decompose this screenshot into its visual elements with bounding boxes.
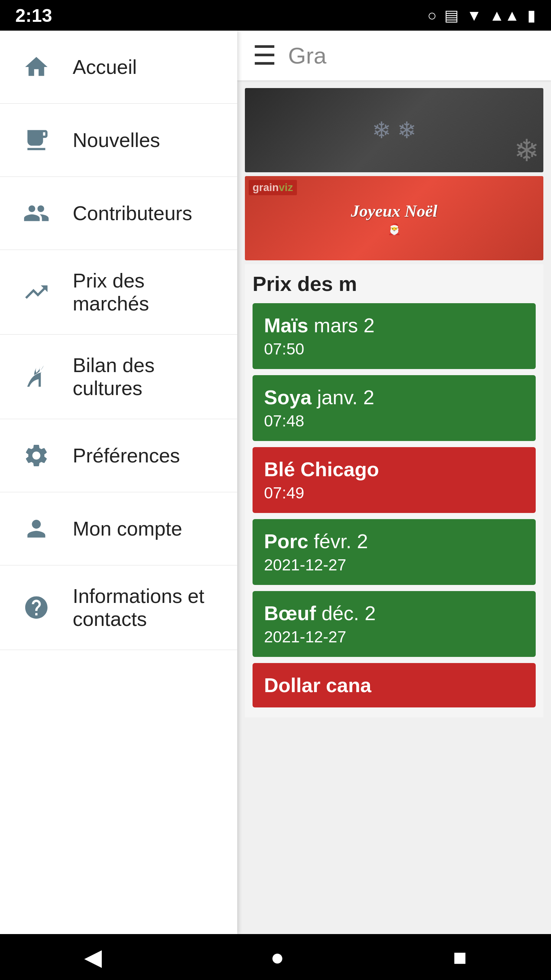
main-layout: Accueil Nouvelles Contributeurs [0,31,551,934]
right-toolbar: ☰ Gra [237,31,551,80]
media-icon: ○ [427,7,437,24]
sim-icon: ▤ [444,7,459,24]
gear-icon [19,438,54,473]
nav-bar: ◀ ● ■ [0,934,551,980]
noel-sub: 🎅 [351,223,437,235]
brand-watermark: grainviz [249,180,297,195]
signal-icon: ▲▲ [489,7,520,24]
market-card-dollar[interactable]: Dollar cana [253,663,536,707]
status-bar: 2:13 ○ ▤ ▼ ▲▲ ▮ [0,0,551,31]
battery-icon: ▮ [527,7,536,24]
market-name-mais: Maïs mars 2 [264,314,524,337]
sidebar-item-bilan-cultures[interactable]: Bilan des cultures [0,335,237,419]
sidebar-label-prix-marches: Prix des marchés [73,269,218,315]
winter-image: ❄ ❄ [245,88,543,172]
sidebar-label-preferences: Préférences [73,444,180,467]
help-icon [19,590,54,625]
home-button[interactable]: ● [271,944,284,970]
prix-section-title: Prix des m [253,272,536,296]
home-icon [19,50,54,84]
market-card-porc[interactable]: Porc févr. 2 2021-12-27 [253,519,536,585]
status-time: 2:13 [15,5,52,26]
sidebar-item-mon-compte[interactable]: Mon compte [0,492,237,565]
status-icons: ○ ▤ ▼ ▲▲ ▮ [427,7,536,24]
market-time-ble: 07:49 [264,484,524,502]
sidebar-item-prix-marches[interactable]: Prix des marchés [0,250,237,335]
sidebar-label-info-contacts: Informations et contacts [73,585,218,630]
recents-button[interactable]: ■ [453,944,467,970]
sidebar: Accueil Nouvelles Contributeurs [0,31,237,934]
market-name-boeuf: Bœuf déc. 2 [264,602,524,625]
prix-section: Prix des m Maïs mars 2 07:50 Soya janv. … [245,264,543,717]
sidebar-item-nouvelles[interactable]: Nouvelles [0,104,237,177]
newspaper-icon [19,123,54,157]
wifi-icon: ▼ [466,7,482,24]
right-content: ❄ ❄ Joyeux Noël 🎅 grainviz Prix des m [237,80,551,934]
sidebar-item-contributeurs[interactable]: Contributeurs [0,177,237,250]
winter-image-card: ❄ ❄ [245,88,543,172]
market-name-porc: Porc févr. 2 [264,530,524,553]
market-time-mais: 07:50 [264,340,524,358]
market-card-mais[interactable]: Maïs mars 2 07:50 [253,303,536,369]
right-panel: ☰ Gra ❄ ❄ Joyeux Noël 🎅 grainviz [237,31,551,934]
sidebar-label-contributeurs: Contributeurs [73,202,192,225]
market-name-soya: Soya janv. 2 [264,386,524,409]
sidebar-label-bilan-cultures: Bilan des cultures [73,354,218,400]
group-icon [19,196,54,230]
trending-up-icon [19,275,54,309]
market-date-boeuf: 2021-12-27 [264,628,524,646]
sidebar-item-preferences[interactable]: Préférences [0,419,237,492]
back-button[interactable]: ◀ [84,944,102,970]
market-name-dollar: Dollar cana [264,674,524,697]
market-card-boeuf[interactable]: Bœuf déc. 2 2021-12-27 [253,591,536,657]
market-name-ble: Blé Chicago [264,458,524,481]
sidebar-item-accueil[interactable]: Accueil [0,31,237,104]
sidebar-label-nouvelles: Nouvelles [73,129,160,152]
plant-icon [19,359,54,394]
market-time-soya: 07:48 [264,412,524,430]
sidebar-item-info-contacts[interactable]: Informations et contacts [0,565,237,650]
app-title: Gra [288,42,326,69]
hamburger-button[interactable]: ☰ [253,40,277,71]
noel-image: Joyeux Noël 🎅 grainviz [245,176,543,260]
noel-image-card: Joyeux Noël 🎅 grainviz [245,176,543,260]
market-date-porc: 2021-12-27 [264,556,524,574]
noel-text: Joyeux Noël [351,201,437,221]
sidebar-label-mon-compte: Mon compte [73,517,182,540]
market-card-ble[interactable]: Blé Chicago 07:49 [253,447,536,513]
market-card-soya[interactable]: Soya janv. 2 07:48 [253,375,536,441]
person-icon [19,511,54,546]
sidebar-label-accueil: Accueil [73,56,137,78]
